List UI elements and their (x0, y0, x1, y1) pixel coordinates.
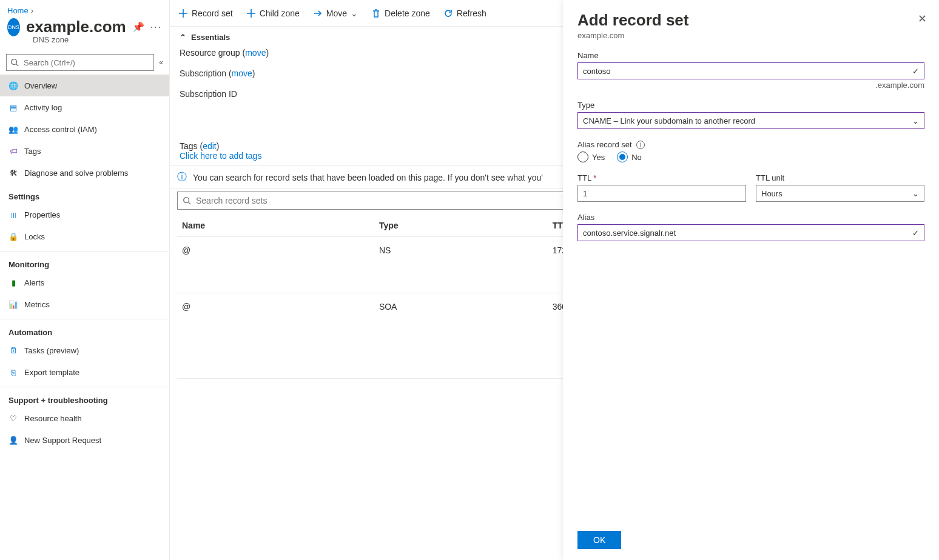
nav-search-input[interactable] (22, 58, 150, 68)
check-icon: ✓ (912, 228, 919, 238)
col-name[interactable]: Name (177, 215, 374, 237)
panel-subtitle: example.com (577, 31, 924, 40)
cmd-label: Move (326, 8, 347, 18)
nav-tasks[interactable]: 🗓 Tasks (preview) (0, 339, 169, 361)
name-label: Name (577, 51, 924, 60)
cell-type: NS (374, 237, 548, 293)
pin-icon[interactable]: 📌 (132, 21, 144, 33)
ttl-unit-value: Hours (761, 189, 782, 198)
info-icon: ⓘ (177, 171, 187, 184)
chevron-up-icon: ⌃ (180, 33, 186, 42)
tags-edit-link[interactable]: edit (203, 141, 217, 151)
properties-icon: ⫼ (8, 210, 18, 219)
alias-input[interactable]: contoso.service.signalr.net ✓ (577, 224, 924, 241)
info-icon[interactable]: i (636, 141, 645, 149)
nav-label: Diagnose and solve problems (24, 168, 128, 178)
name-input[interactable]: contoso ✓ (577, 62, 924, 79)
nav-label: Resource health (24, 414, 82, 423)
type-select[interactable]: CNAME – Link your subdomain to another r… (577, 112, 924, 129)
nav-search[interactable] (6, 54, 154, 71)
radio-icon (577, 152, 588, 162)
nav-resource-health[interactable]: ♡ Resource health (0, 407, 169, 429)
field-resource-group: Resource group (move) (180, 48, 542, 58)
nav-activity-log[interactable]: ▤ Activity log (0, 96, 169, 118)
collapse-nav-icon[interactable]: « (159, 58, 163, 67)
lock-icon: 🔒 (8, 232, 18, 241)
cmd-move[interactable]: Move ⌄ (313, 8, 358, 18)
close-icon[interactable]: ✕ (918, 12, 927, 25)
plus-icon (178, 8, 188, 18)
cmd-delete-zone[interactable]: Delete zone (371, 8, 430, 18)
more-icon[interactable]: ··· (150, 22, 162, 33)
nav-overview[interactable]: 🌐 Overview (0, 75, 169, 96)
cmd-label: Delete zone (385, 8, 430, 18)
search-icon (10, 58, 19, 67)
nav-properties[interactable]: ⫼ Properties (0, 204, 169, 225)
cell-name: @ (177, 237, 374, 293)
cell-type: SOA (374, 293, 548, 379)
tag-icon: 🏷 (8, 147, 18, 156)
check-icon: ✓ (912, 67, 919, 76)
radio-yes[interactable]: Yes (577, 152, 605, 162)
type-label: Type (577, 101, 924, 110)
ttl-value: 1 (583, 189, 587, 198)
cmd-label: Child zone (260, 8, 300, 18)
tags-add-link[interactable]: Click here to add tags (180, 151, 261, 161)
nav-locks[interactable]: 🔒 Locks (0, 225, 169, 247)
trash-icon (371, 8, 381, 18)
svg-line-1 (16, 64, 19, 67)
panel-title: Add record set (577, 11, 924, 30)
breadcrumb-home[interactable]: Home (7, 6, 29, 15)
ttl-input[interactable]: 1 (577, 185, 746, 202)
nav-metrics[interactable]: 📊 Metrics (0, 293, 169, 315)
cmd-child-zone[interactable]: Child zone (246, 8, 300, 18)
dns-badge-icon: DNS (7, 18, 20, 36)
cmd-record-set[interactable]: Record set (178, 8, 233, 18)
nav-label: Alerts (24, 278, 44, 287)
chevron-down-icon: ⌄ (912, 189, 919, 198)
field-subscription: Subscription (move) (180, 68, 542, 78)
nav-label: Metrics (24, 300, 50, 309)
nav-group-monitoring: Monitoring (0, 251, 169, 272)
add-record-panel: ✕ Add record set example.com Name contos… (563, 0, 939, 560)
nav-group-automation: Automation (0, 319, 169, 339)
support-icon: 👤 (8, 436, 18, 445)
wrench-icon: 🛠 (8, 168, 18, 178)
move-link[interactable]: move (245, 48, 266, 58)
svg-line-3 (189, 202, 191, 205)
cell-name: @ (177, 293, 374, 379)
radio-icon (617, 152, 628, 162)
resource-type: DNS zone (0, 35, 169, 50)
plus-icon (246, 8, 256, 18)
nav-alerts[interactable]: ▮ Alerts (0, 272, 169, 293)
nav-tags[interactable]: 🏷 Tags (0, 140, 169, 162)
chevron-right-icon: › (31, 6, 33, 15)
nav-new-support[interactable]: 👤 New Support Request (0, 429, 169, 451)
ok-button[interactable]: OK (577, 531, 621, 549)
alias-value: contoso.service.signalr.net (583, 228, 676, 238)
nav-group-settings: Settings (0, 184, 169, 204)
info-text: You can search for record sets that have… (193, 173, 543, 182)
radio-label: Yes (592, 153, 605, 162)
radio-no[interactable]: No (617, 152, 642, 162)
cmd-refresh[interactable]: Refresh (443, 8, 486, 18)
svg-point-2 (184, 198, 189, 203)
nav-label: Tags (24, 147, 41, 156)
nav-label: Locks (24, 232, 45, 241)
metrics-icon: 📊 (8, 300, 18, 309)
svg-point-0 (12, 59, 17, 65)
name-value: contoso (583, 67, 611, 76)
col-type[interactable]: Type (374, 215, 548, 237)
nav-label: Access control (IAM) (24, 125, 97, 134)
ttl-unit-select[interactable]: Hours ⌄ (756, 185, 924, 202)
nav-diagnose[interactable]: 🛠 Diagnose and solve problems (0, 162, 169, 184)
nav-access-control[interactable]: 👥 Access control (IAM) (0, 118, 169, 140)
radio-label: No (631, 153, 642, 162)
alias-label: Alias (577, 213, 924, 222)
field-subscription-id: Subscription ID (180, 89, 542, 99)
cmd-label: Record set (192, 8, 233, 18)
move-link[interactable]: move (232, 68, 252, 78)
breadcrumb: Home › (0, 0, 169, 15)
nav-export-template[interactable]: ⎘ Export template (0, 361, 169, 383)
nav-label: New Support Request (24, 436, 101, 445)
